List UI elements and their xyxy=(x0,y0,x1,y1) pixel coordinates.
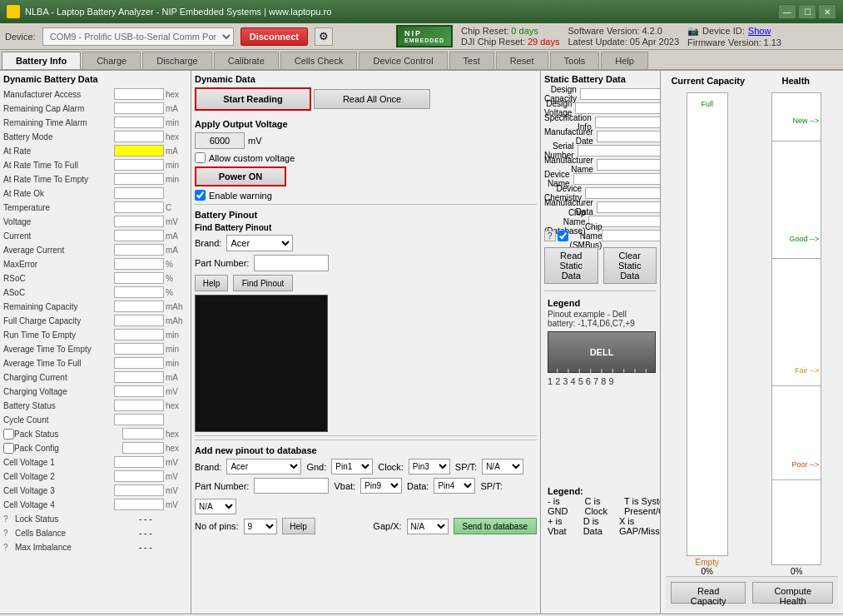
start-reading-button[interactable]: Start Reading xyxy=(195,87,311,111)
pack-status-checkbox[interactable] xyxy=(3,429,14,440)
at-rate-ok-input[interactable] xyxy=(114,187,164,199)
tab-calibrate[interactable]: Calibrate xyxy=(214,52,279,69)
vbat-select[interactable]: Pin9Pin1Pin2 xyxy=(360,478,402,494)
design-capacity-input[interactable] xyxy=(580,88,660,100)
tab-discharge[interactable]: Discharge xyxy=(142,52,212,69)
chip-name-smbus-input[interactable] xyxy=(602,230,660,241)
device-chemistry-input[interactable] xyxy=(585,187,660,199)
minimize-button[interactable]: — xyxy=(778,4,796,19)
at-rate-time-to-full-input[interactable] xyxy=(114,159,164,171)
capacity-pct: 0% xyxy=(702,567,713,576)
manufacturer-date-input[interactable] xyxy=(597,131,660,142)
bottom-action-row: Read Capacity Compute Health xyxy=(666,576,838,609)
at-rate-time-to-empty-input[interactable] xyxy=(114,173,164,185)
capacity-meter: Full Empty 0% xyxy=(666,92,749,576)
cell-voltage-1-input[interactable] xyxy=(114,456,164,468)
serial-number-input[interactable] xyxy=(578,145,660,156)
voltage-input[interactable] xyxy=(114,216,164,227)
gnd-select[interactable]: Pin1Pin2Pin3 xyxy=(331,459,373,474)
cell-voltage-4-input[interactable] xyxy=(114,499,164,510)
pack-config-input[interactable] xyxy=(122,442,164,454)
tab-tools[interactable]: Tools xyxy=(550,52,600,69)
send-to-database-button[interactable]: Send to database xyxy=(454,518,537,534)
cycle-count-input[interactable] xyxy=(114,414,164,425)
read-all-once-button[interactable]: Read All Once xyxy=(314,89,430,109)
rsoc-input[interactable] xyxy=(114,272,164,284)
capacity-full-label: Full xyxy=(689,100,726,108)
tab-test[interactable]: Test xyxy=(449,52,494,69)
device-name-input[interactable] xyxy=(573,173,660,185)
spt1-label: SP/T: xyxy=(455,462,477,472)
pinout-help-button[interactable]: Help xyxy=(195,275,228,291)
allow-custom-voltage-checkbox[interactable] xyxy=(195,152,206,163)
pack-status-input[interactable] xyxy=(122,428,164,440)
tab-reset[interactable]: Reset xyxy=(496,52,548,69)
temperature-input[interactable] xyxy=(114,201,164,213)
full-charge-capacity-input[interactable] xyxy=(114,315,164,326)
charging-voltage-input[interactable] xyxy=(114,385,164,397)
dynamic-data-section: Dynamic Data Start Reading Read All Once… xyxy=(195,74,537,201)
run-time-to-empty-input[interactable] xyxy=(114,329,164,340)
cell-voltage-2-input[interactable] xyxy=(114,470,164,482)
remaining-capacity-input[interactable] xyxy=(114,301,164,312)
device-select[interactable]: COM9 - Prolific USB-to-Serial Comm Port … xyxy=(42,27,234,46)
cell-voltage-3-input[interactable] xyxy=(114,484,164,496)
design-voltage-input[interactable] xyxy=(575,102,660,114)
table-row: Remaining Capacity mAh xyxy=(3,300,187,313)
legend-content: DELL | | | | | | | | | xyxy=(548,331,653,481)
table-row: Cell Voltage 1 mV xyxy=(3,455,187,469)
no-of-pins-select[interactable]: 967810 xyxy=(244,519,277,534)
find-pinout-button[interactable]: Find Pinout xyxy=(233,275,293,291)
spt2-select[interactable]: N/APin1Pin2 xyxy=(195,499,236,514)
average-time-to-full-input[interactable] xyxy=(114,357,164,369)
add-brand-select[interactable]: AcerDellHPLenovo xyxy=(226,459,301,474)
add-pinout-help-button[interactable]: Help xyxy=(282,518,315,534)
current-input[interactable] xyxy=(114,230,164,241)
maximize-button[interactable]: ☐ xyxy=(798,4,816,19)
remaining-time-alarm-input[interactable] xyxy=(114,117,164,128)
compute-health-button[interactable]: Compute Health xyxy=(752,582,833,604)
max-error-input[interactable] xyxy=(114,258,164,270)
remaining-cap-alarm-input[interactable] xyxy=(114,102,164,114)
power-on-button[interactable]: Power ON xyxy=(195,166,286,186)
data-select[interactable]: Pin4Pin1Pin2 xyxy=(434,478,475,494)
read-capacity-button[interactable]: Read Capacity xyxy=(671,582,746,604)
average-time-to-empty-input[interactable] xyxy=(114,343,164,355)
enable-warning-checkbox[interactable] xyxy=(195,190,206,201)
clock-select[interactable]: Pin3Pin1Pin2 xyxy=(409,459,450,474)
manufacturer-name-input[interactable] xyxy=(597,159,660,171)
spt1-select[interactable]: N/APin1Pin2 xyxy=(482,459,523,474)
chip-name-question-button[interactable]: ? xyxy=(544,231,556,241)
asoc-input[interactable] xyxy=(114,286,164,298)
table-row: Voltage mV xyxy=(3,215,187,228)
tab-charge[interactable]: Charge xyxy=(82,52,141,69)
clear-static-data-button[interactable]: Clear Static Data xyxy=(603,247,657,284)
tab-help[interactable]: Help xyxy=(601,52,648,69)
gap-select[interactable]: N/APin1Pin2 xyxy=(407,519,449,534)
pack-config-checkbox[interactable] xyxy=(3,443,14,454)
tab-battery-info[interactable]: Battery Info xyxy=(2,52,81,69)
disconnect-button[interactable]: Disconnect xyxy=(241,27,308,46)
chip-name-smbus-checkbox[interactable] xyxy=(558,231,568,241)
tab-cells-check[interactable]: Cells Check xyxy=(280,52,358,69)
read-static-data-button[interactable]: Read Static Data xyxy=(544,247,598,284)
at-rate-input[interactable] xyxy=(114,145,164,156)
table-row: Remaining Time Alarm min xyxy=(3,116,187,129)
manufacturer-access-input[interactable] xyxy=(114,88,164,100)
battery-mode-input[interactable] xyxy=(114,131,164,142)
close-button[interactable]: ✕ xyxy=(818,4,836,19)
show-device-id-link[interactable]: Show xyxy=(748,26,771,36)
tab-device-control[interactable]: Device Control xyxy=(359,52,447,69)
battery-status-input[interactable] xyxy=(114,400,164,411)
dji-chip-reset-value: 29 days xyxy=(528,37,560,47)
manufacturer-data-input[interactable] xyxy=(597,201,660,213)
part-number-input[interactable] xyxy=(254,255,329,271)
specification-info-input[interactable] xyxy=(595,117,660,128)
add-part-number-input[interactable] xyxy=(254,478,329,494)
voltage-value-input[interactable]: 6000 xyxy=(195,132,245,149)
table-row: At Rate Ok xyxy=(3,186,187,200)
brand-select[interactable]: AcerDellHPLenovo xyxy=(226,235,293,251)
charging-current-input[interactable] xyxy=(114,371,164,383)
settings-gear-icon[interactable]: ⚙ xyxy=(315,27,333,46)
average-current-input[interactable] xyxy=(114,244,164,256)
